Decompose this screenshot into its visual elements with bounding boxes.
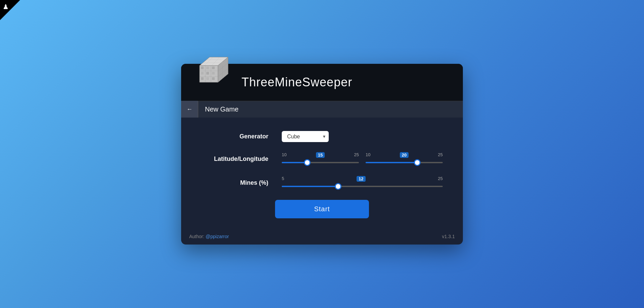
lat-tick-min: 10 [282, 152, 286, 158]
nav-bar: ← New Game [181, 101, 463, 118]
lat-lon-label: Latitude/Longitude [201, 156, 268, 163]
svg-rect-15 [206, 67, 209, 69]
lon-tick-min: 10 [366, 152, 370, 158]
card-footer: Author: @ppizarror v1.3.1 [181, 228, 463, 245]
svg-rect-20 [201, 77, 204, 80]
app-title: ThreeMineSweeper [241, 75, 352, 89]
back-button[interactable]: ← [181, 101, 198, 118]
generator-select-wrapper: Cube Sphere Plane [282, 131, 329, 142]
generator-row: Generator Cube Sphere Plane [201, 131, 443, 142]
longitude-slider-container: 10 20 25 [366, 152, 443, 166]
svg-rect-18 [206, 72, 209, 75]
mines-value-badge: 12 [357, 176, 365, 182]
svg-rect-22 [212, 77, 215, 80]
author-text: Author: @ppizarror [189, 234, 229, 239]
lat-slider1-track-wrapper [282, 159, 359, 166]
cube-icon [195, 54, 231, 91]
dual-slider-row: 10 15 25 [282, 152, 443, 166]
generator-label: Generator [201, 133, 268, 140]
lat-tick-max: 25 [354, 152, 359, 158]
latitude-slider-container: 10 15 25 [282, 152, 359, 166]
lon-tick-max: 25 [438, 152, 443, 158]
svg-rect-21 [206, 77, 209, 80]
mines-slider-container: 5 12 25 [282, 176, 443, 190]
mines-label: Mines (%) [201, 179, 268, 186]
lat-value-badge: 15 [316, 152, 325, 158]
svg-rect-19 [212, 72, 215, 75]
card-header: ThreeMineSweeper [181, 64, 463, 101]
author-link[interactable]: @ppizarror [206, 234, 229, 239]
ghost-icon: ♟ [3, 3, 9, 11]
mines-track-wrapper [282, 183, 443, 190]
svg-rect-17 [201, 72, 204, 75]
start-button[interactable]: Start [275, 200, 369, 218]
svg-rect-16 [212, 67, 215, 69]
author-prefix: Author: [189, 234, 206, 239]
mines-ticks: 5 12 25 [282, 176, 443, 182]
lat-slider1-ticks: 10 15 25 [282, 152, 359, 158]
mines-tick-max: 25 [438, 176, 443, 182]
mines-row: Mines (%) 5 12 25 [201, 176, 443, 190]
page-title: New Game [198, 105, 238, 113]
lat-slider2-ticks: 10 20 25 [366, 152, 443, 158]
lat-lon-sliders: 10 15 25 [282, 152, 443, 166]
main-card: ThreeMineSweeper ← New Game Generator Cu… [181, 64, 463, 245]
lat-lon-row: Latitude/Longitude 10 15 25 [201, 152, 443, 166]
svg-rect-14 [201, 67, 204, 69]
lon-value-badge: 20 [400, 152, 409, 158]
top-left-logo: ♟ [0, 0, 20, 20]
card-body: Generator Cube Sphere Plane Latitude/Lon… [181, 118, 463, 228]
generator-select[interactable]: Cube Sphere Plane [282, 131, 329, 142]
version-text: v1.3.1 [442, 234, 455, 239]
lon-slider2-track-wrapper [366, 159, 443, 166]
mines-tick-min: 5 [282, 176, 284, 182]
cube-icon-wrapper [195, 54, 231, 92]
